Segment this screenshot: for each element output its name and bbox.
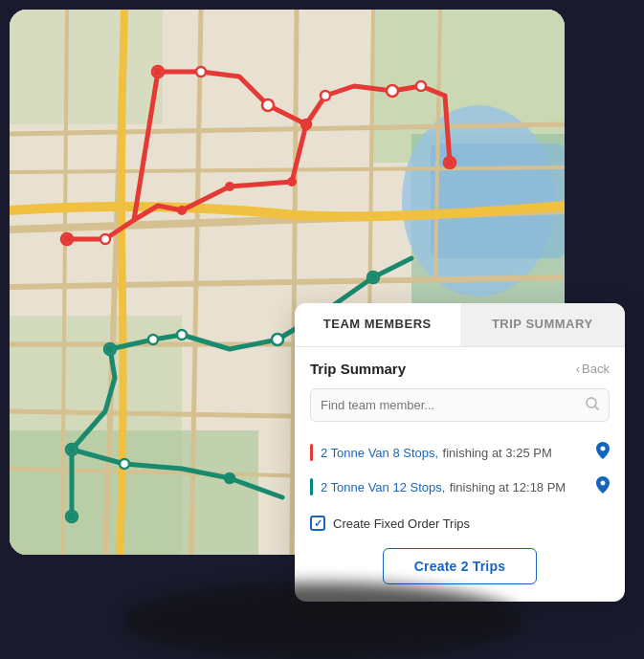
svg-point-29	[416, 81, 426, 91]
svg-point-52	[225, 473, 234, 483]
svg-rect-5	[10, 430, 258, 555]
svg-point-28	[387, 85, 398, 97]
trip-row: 2 Tonne Van 12 Stops, finishing at 12:18…	[310, 470, 610, 504]
card-body: Trip Summary ‹ Back	[295, 347, 625, 602]
fixed-order-checkbox[interactable]: ✓	[310, 516, 325, 531]
svg-point-32	[153, 67, 163, 77]
svg-line-54	[595, 406, 598, 409]
svg-point-48	[105, 344, 115, 354]
svg-point-27	[321, 91, 330, 100]
bottom-decoration	[122, 582, 523, 659]
svg-point-41	[272, 334, 283, 345]
search-icon	[586, 397, 599, 413]
checkbox-checkmark: ✓	[314, 518, 322, 529]
pin-icon-1[interactable]	[596, 442, 610, 463]
checkbox-label: Create Fixed Order Trips	[333, 516, 470, 531]
checkbox-row: ✓ Create Fixed Order Trips	[310, 516, 610, 531]
svg-point-25	[262, 99, 274, 111]
svg-point-24	[196, 67, 206, 77]
trip-1-finishing: finishing at 3:25 PM	[443, 446, 552, 460]
trip-1-link[interactable]: 2 Tonne Van 8 Stops,	[321, 446, 438, 460]
svg-rect-1	[10, 10, 163, 124]
trip-row: 2 Tonne Van 8 Stops, finishing at 3:25 P…	[310, 435, 610, 470]
tab-team-members[interactable]: TEAM MEMBERS	[295, 303, 460, 346]
svg-point-50	[67, 445, 77, 454]
create-trips-button[interactable]: Create 2 Trips	[383, 548, 537, 584]
pin-icon-2[interactable]	[596, 476, 610, 497]
svg-point-31	[62, 234, 72, 244]
svg-point-34	[445, 158, 455, 167]
svg-point-51	[67, 512, 77, 521]
trip-2-link[interactable]: 2 Tonne Van 12 Stops,	[321, 480, 445, 494]
svg-point-40	[177, 330, 187, 340]
search-input[interactable]	[321, 398, 586, 412]
search-box[interactable]	[310, 388, 610, 422]
back-chevron-icon: ‹	[576, 362, 580, 376]
trip-indicator-teal	[310, 478, 313, 495]
svg-point-39	[148, 335, 158, 344]
tab-trip-summary[interactable]: TRIP SUMMARY	[460, 303, 626, 346]
trip-title: Trip Summary	[310, 361, 406, 377]
trip-card: TEAM MEMBERS TRIP SUMMARY Trip Summary ‹…	[295, 303, 625, 602]
create-button-wrapper: Create 2 Trips	[310, 548, 610, 584]
back-link[interactable]: ‹ Back	[576, 362, 610, 376]
svg-point-49	[368, 273, 378, 282]
trip-indicator-red	[310, 444, 313, 461]
svg-point-22	[100, 234, 110, 244]
trip-2-finishing: finishing at 12:18 PM	[450, 480, 566, 494]
tabs-container: TEAM MEMBERS TRIP SUMMARY	[295, 303, 625, 347]
trip-header-row: Trip Summary ‹ Back	[310, 361, 610, 377]
svg-point-45	[120, 459, 129, 469]
